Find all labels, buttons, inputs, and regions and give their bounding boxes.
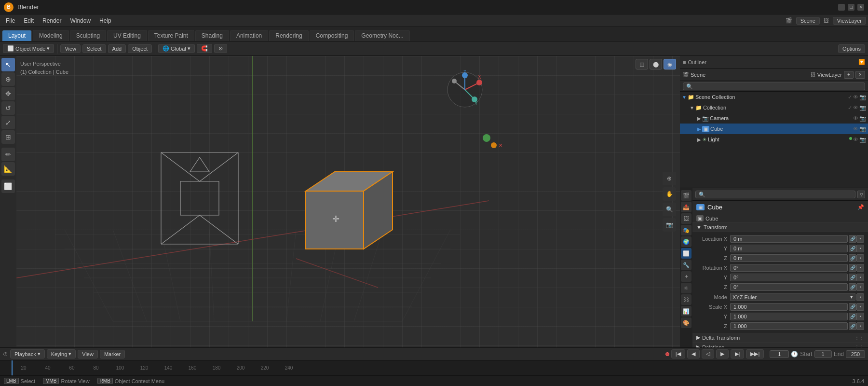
location-x-lock[interactable]: 🔗 — [849, 235, 856, 243]
sc-render[interactable]: 📷 — [859, 94, 866, 100]
view-menu[interactable]: View — [60, 44, 81, 53]
record-button[interactable] — [665, 352, 669, 356]
vp-tool-zoom[interactable]: 🔍 — [663, 203, 676, 216]
vp-tool-pan[interactable]: ✋ — [663, 187, 676, 201]
scale-x-lock[interactable]: 🔗 — [849, 303, 856, 311]
transform-space[interactable]: 🌐 Global ▾ — [158, 44, 195, 53]
prop-particles-icon[interactable]: ✦ — [681, 271, 692, 282]
prop-view-layer-icon[interactable]: 🖼 — [681, 213, 692, 224]
scale-z-value[interactable]: 1.000 — [730, 322, 848, 330]
tab-animation[interactable]: Animation — [230, 30, 268, 41]
prop-constraints-icon[interactable]: ⛓ — [681, 294, 692, 305]
rotation-z-value[interactable]: 0° — [730, 283, 848, 291]
measure-tool[interactable]: 📐 — [1, 162, 15, 176]
menu-item-file[interactable]: File — [2, 16, 19, 25]
rotate-tool[interactable]: ↺ — [1, 101, 15, 115]
outliner-cube[interactable]: ▶ ▣ Cube 👁 📷 — [680, 124, 868, 134]
outliner-collection[interactable]: ▼ 📁 Collection ✓ 👁 📷 — [680, 102, 868, 113]
sc-eye[interactable]: 👁 — [853, 94, 858, 100]
outliner-scene-selector[interactable]: Scene — [691, 72, 705, 78]
options-menu[interactable]: Options — [838, 44, 865, 53]
mode-animate[interactable]: • — [856, 293, 864, 301]
object-menu[interactable]: Object — [128, 44, 152, 53]
prop-scene-icon[interactable]: 🎭 — [681, 225, 692, 235]
rotation-y-value[interactable]: 0° — [730, 274, 848, 281]
location-z-value[interactable]: 0 m — [730, 254, 848, 262]
rotation-mode-select[interactable]: XYZ Euler ▾ — [730, 293, 855, 301]
scale-y-animate[interactable]: • — [856, 313, 864, 320]
tab-geometry-nodes[interactable]: Geometry Noc... — [355, 30, 409, 41]
cam-render[interactable]: 📷 — [859, 115, 866, 122]
snap-button[interactable]: 🧲 — [197, 44, 212, 53]
outliner-scene-collection[interactable]: ▼ 📁 Scene Collection ✓ 👁 📷 — [680, 92, 868, 102]
tab-texture-paint[interactable]: Texture Paint — [148, 30, 194, 41]
rotation-y-animate[interactable]: • — [856, 274, 864, 281]
prop-world-icon[interactable]: 🌍 — [681, 236, 692, 247]
location-y-value[interactable]: 0 m — [730, 245, 848, 252]
location-z-lock[interactable]: 🔗 — [849, 254, 856, 262]
tab-shading[interactable]: Shading — [195, 30, 229, 41]
prop-output-icon[interactable]: 📤 — [681, 202, 692, 212]
scale-x-animate[interactable]: • — [856, 303, 864, 311]
outliner-camera[interactable]: ▶ 📷 Camera 👁 📷 — [680, 113, 868, 124]
transform-section-header[interactable]: ▼ Transform — [692, 223, 868, 232]
timeline-marker-menu[interactable]: Marker — [100, 350, 125, 358]
scene-selector[interactable]: Scene — [796, 17, 820, 25]
close-button[interactable]: × — [857, 4, 864, 11]
location-y-animate[interactable]: • — [856, 245, 864, 252]
play-reverse-button[interactable]: ◁ — [702, 349, 714, 358]
add-menu[interactable]: Add — [108, 44, 126, 53]
outliner-tree[interactable]: ▼ 📁 Scene Collection ✓ 👁 📷 ▼ 📁 Collectio… — [680, 92, 868, 188]
jump-end-button[interactable]: ▶▶| — [746, 349, 764, 358]
sc-checkbox[interactable]: ✓ — [848, 94, 852, 100]
next-frame-button[interactable]: ▶| — [731, 349, 745, 358]
rotation-z-animate[interactable]: • — [856, 283, 864, 291]
prop-modifier-icon[interactable]: 🔧 — [681, 260, 692, 270]
location-y-lock[interactable]: 🔗 — [849, 245, 856, 252]
scale-tool[interactable]: ⤢ — [1, 116, 15, 129]
rotation-y-lock[interactable]: 🔗 — [849, 274, 856, 281]
location-z-animate[interactable]: • — [856, 254, 864, 262]
cam-eye[interactable]: 👁 — [853, 115, 858, 122]
delta-transform-header[interactable]: ▶ Delta Transform ⋮⋮ — [692, 333, 868, 343]
tab-compositing[interactable]: Compositing — [310, 30, 354, 41]
cube-eye[interactable]: 👁 — [853, 126, 858, 132]
location-x-value[interactable]: 0 m — [730, 235, 848, 243]
timeline-playback-menu[interactable]: Playback ▾ — [10, 349, 45, 358]
timeline-keying-menu[interactable]: Keying ▾ — [47, 349, 76, 358]
rotation-z-lock[interactable]: 🔗 — [849, 283, 856, 291]
timeline-view-menu[interactable]: View — [78, 350, 98, 358]
minimize-button[interactable]: − — [838, 4, 845, 11]
light-eye[interactable]: 👁 — [853, 137, 858, 143]
move-tool[interactable]: ✥ — [1, 87, 15, 100]
outliner-search-input[interactable] — [683, 83, 865, 90]
cursor-tool[interactable]: ⊕ — [1, 72, 15, 86]
relations-header[interactable]: ▶ Relations ⋮⋮ — [692, 343, 868, 347]
props-search-input[interactable] — [695, 191, 855, 198]
delta-options-icon[interactable]: ⋮⋮ — [854, 335, 864, 340]
col-render[interactable]: 📷 — [859, 105, 866, 111]
prev-frame-button[interactable]: ◀ — [687, 349, 700, 358]
viewport-shading-active[interactable]: ◉ — [664, 59, 676, 69]
cube-render[interactable]: 📷 — [859, 126, 866, 132]
prop-material-icon[interactable]: 🎨 — [681, 317, 692, 328]
props-filter-btn[interactable]: ▽ — [857, 191, 865, 198]
maximize-button[interactable]: □ — [848, 4, 854, 11]
outliner-search[interactable] — [680, 81, 868, 92]
vp-tool-camera[interactable]: 📷 — [663, 218, 676, 232]
col-eye[interactable]: 👁 — [853, 105, 858, 111]
transform-tool[interactable]: ⊞ — [1, 130, 15, 144]
tab-sculpting[interactable]: Sculpting — [70, 30, 106, 41]
outliner-filter-icon[interactable]: 🔽 — [858, 59, 865, 65]
viewport-shading-wire[interactable]: ◫ — [636, 59, 648, 69]
viewlayer-selector[interactable]: ViewLayer — [833, 17, 866, 25]
viewport-mode-button[interactable]: ⬜ Object Mode ▾ — [3, 44, 54, 53]
tab-layout[interactable]: Layout — [2, 30, 32, 41]
tab-rendering[interactable]: Rendering — [269, 30, 308, 41]
end-frame[interactable]: 250 — [846, 350, 865, 358]
col-checkbox[interactable]: ✓ — [848, 105, 852, 111]
select-tool[interactable]: ↖ — [1, 58, 15, 71]
menu-item-window[interactable]: Window — [66, 16, 95, 25]
outliner-light[interactable]: ▶ ☀ Light 👁 📷 — [680, 134, 868, 145]
prop-object-icon[interactable]: ⬜ — [681, 248, 692, 259]
